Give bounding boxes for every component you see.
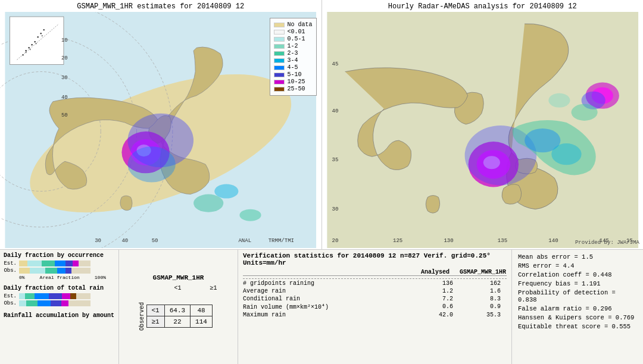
svg-point-20 xyxy=(38,36,39,37)
stats-row-label: Conditional rain xyxy=(243,296,411,302)
chart2-label: Daily fraction of total rain xyxy=(4,285,115,291)
stats-row-analysed: 42.0 xyxy=(411,312,459,318)
svg-point-16 xyxy=(25,50,26,51)
val-10: 22 xyxy=(164,316,190,328)
obs-label1: Obs. xyxy=(4,268,17,274)
svg-point-12 xyxy=(239,209,261,221)
right-stat-item: Probability of detection = 0.838 xyxy=(518,289,637,303)
credit-label: Provided by: JWA/JMA xyxy=(575,240,639,246)
right-map-panel: Hourly Radar-AMeDAS analysis for 2014080… xyxy=(322,0,644,249)
stats-row: Rain volume (mm×km²×10⁴) 0.6 0.9 xyxy=(243,303,507,310)
svg-text:45: 45 xyxy=(332,61,338,67)
svg-text:10: 10 xyxy=(61,37,68,43)
est-label1: Est. xyxy=(4,261,17,266)
stats-row-label: # gridpoints raining xyxy=(243,280,411,287)
cont-table: <1 64.3 48 ≥1 22 114 xyxy=(146,305,213,328)
svg-point-44 xyxy=(551,143,581,165)
obs-label2: Obs. xyxy=(4,300,17,306)
stats-row-gsmap: 0.9 xyxy=(459,303,507,310)
obs-bar2 xyxy=(19,300,90,306)
svg-point-10 xyxy=(193,194,223,212)
obs-bar1 xyxy=(19,268,90,274)
col-gsmap-header: GSMAP_MWR_1HR xyxy=(459,269,507,276)
contingency-panel: GSMAP_MWR_1HR <1 ≥1 Observed <1 64.3 48 xyxy=(119,250,238,364)
est-bar2 xyxy=(19,293,90,299)
stats-grid: Analysed GSMAP_MWR_1HR xyxy=(243,269,507,280)
cont-title: GSMAP_MWR_1HR xyxy=(153,274,204,281)
svg-text:30: 30 xyxy=(61,74,68,81)
map-legend: No data <0.01 0.5-1 1-2 2-3 3-4 4-5 5-10… xyxy=(270,18,316,96)
axis-labels1: 0% Areal fraction 100% xyxy=(19,275,106,280)
stats-row-label: Average rain xyxy=(243,288,411,294)
svg-rect-13 xyxy=(10,17,63,64)
chart2-obs-row: Obs. xyxy=(4,300,115,306)
stats-row-analysed: 0.6 xyxy=(411,303,459,310)
svg-text:130: 130 xyxy=(444,237,453,244)
right-map-title: Hourly Radar-AMeDAS analysis for 2014080… xyxy=(322,0,644,12)
chart1-est-row: Est. xyxy=(4,261,115,266)
stats-row-label: Rain volume (mm×km²×10⁴) xyxy=(243,303,411,310)
svg-point-25 xyxy=(36,43,37,44)
val-00: 64.3 xyxy=(164,305,190,316)
stats-row: Average rain 1.2 1.6 xyxy=(243,288,507,294)
right-stat-item: Mean abs error = 1.5 xyxy=(518,253,637,261)
svg-point-21 xyxy=(40,33,42,34)
svg-text:30: 30 xyxy=(332,206,338,212)
stats-title: Verification statistics for 20140809 12 … xyxy=(243,252,507,266)
right-stats-container: Mean abs error = 1.5RMS error = 4.4Corre… xyxy=(518,253,637,332)
left-map-title: GSMAP_MWR_1HR estimates for 20140809 12 xyxy=(0,0,322,12)
est-bar1 xyxy=(19,261,90,266)
right-stat-item: Frequency bias = 1.191 xyxy=(518,280,637,287)
right-stat-item: Correlation coeff = 0.448 xyxy=(518,271,637,278)
stats-row-analysed: 1.2 xyxy=(411,288,459,294)
chart3-label: Rainfall accumulation by amount xyxy=(4,312,115,319)
stats-row: Maximum rain 42.0 35.3 xyxy=(243,312,507,318)
chart2-est-row: Est. xyxy=(4,293,115,299)
right-stat-item: RMS error = 4.4 xyxy=(518,262,637,269)
svg-text:35: 35 xyxy=(332,156,338,163)
svg-text:135: 135 xyxy=(497,237,507,244)
left-map-canvas: 50 40 30 20 10 30 40 50 ANAL TRMM/TMI No… xyxy=(0,12,322,248)
chart1-label: Daily fraction by occurrence xyxy=(4,252,115,259)
stats-row-gsmap: 8.3 xyxy=(459,296,507,302)
left-map-panel: GSMAP_MWR_1HR estimates for 20140809 12 xyxy=(0,0,322,249)
right-stat-item: False alarm ratio = 0.296 xyxy=(518,305,637,312)
right-map-svg: 45 40 35 30 20 125 130 135 140 145 15 xyxy=(322,12,644,248)
val-01: 48 xyxy=(191,305,213,316)
svg-text:20: 20 xyxy=(61,55,68,61)
svg-point-26 xyxy=(42,35,43,36)
svg-text:125: 125 xyxy=(392,237,402,244)
svg-text:50: 50 xyxy=(152,237,158,244)
svg-point-15 xyxy=(22,54,23,55)
val-11: 114 xyxy=(191,316,213,328)
stats-row: Conditional rain 7.2 8.3 xyxy=(243,296,507,302)
right-stat-item: Hanssen & Kuipers score = 0.769 xyxy=(518,314,637,321)
stats-panel: Verification statistics for 20140809 12 … xyxy=(238,250,512,364)
stats-row-analysed: 136 xyxy=(411,280,459,287)
col-analysed-header: Analysed xyxy=(411,269,459,276)
stats-row-gsmap: 162 xyxy=(459,280,507,287)
col-lt1: <1 xyxy=(160,285,196,291)
charts-panel: Daily fraction by occurrence Est. Obs. xyxy=(0,250,119,364)
svg-point-23 xyxy=(26,52,27,53)
right-map-canvas: 45 40 35 30 20 125 130 135 140 145 15 Pr… xyxy=(322,12,644,248)
svg-point-11 xyxy=(214,184,238,198)
svg-point-22 xyxy=(43,29,45,30)
observed-label: Observed xyxy=(139,293,145,340)
stats-row: # gridpoints raining 136 162 xyxy=(243,280,507,287)
svg-point-48 xyxy=(571,104,597,121)
est-label2: Est. xyxy=(4,293,17,299)
svg-text:ANAL: ANAL xyxy=(238,237,251,244)
svg-text:40: 40 xyxy=(121,237,128,244)
svg-text:140: 140 xyxy=(548,237,558,244)
svg-point-24 xyxy=(30,49,31,50)
stats-row-gsmap: 1.6 xyxy=(459,288,507,294)
svg-point-49 xyxy=(548,93,570,108)
stats-rows-container: # gridpoints raining 136 162 Average rai… xyxy=(243,280,507,318)
svg-text:40: 40 xyxy=(332,108,338,114)
svg-text:30: 30 xyxy=(95,237,101,244)
right-stats-panel: Mean abs error = 1.5RMS error = 4.4Corre… xyxy=(512,250,643,364)
chart1-obs-row: Obs. xyxy=(4,268,115,274)
col-ge1: ≥1 xyxy=(196,285,232,291)
stats-row-gsmap: 35.3 xyxy=(459,312,507,318)
